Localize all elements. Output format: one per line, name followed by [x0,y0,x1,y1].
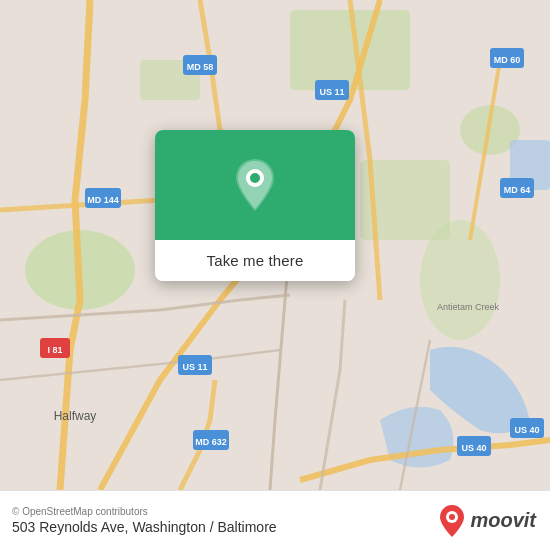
moovit-pin-icon [438,504,466,538]
footer-info: © OpenStreetMap contributors 503 Reynold… [12,506,277,535]
svg-text:MD 632: MD 632 [195,437,227,447]
location-pin-icon [231,157,279,213]
svg-text:US 11: US 11 [319,87,344,97]
map-container: MD 58 US 11 MD 144 I 81 US 11 MD 632 MD … [0,0,550,490]
svg-text:US 11: US 11 [182,362,207,372]
moovit-logo: moovit [438,504,536,538]
svg-point-34 [449,514,455,520]
address-label: 503 Reynolds Ave, Washington / Baltimore [12,519,277,535]
svg-text:I 81: I 81 [47,345,62,355]
popup-card: Take me there [155,130,355,281]
svg-point-32 [250,173,260,183]
footer: © OpenStreetMap contributors 503 Reynold… [0,490,550,550]
popup-header [155,130,355,240]
svg-text:US 40: US 40 [461,443,486,453]
svg-text:MD 60: MD 60 [494,55,521,65]
svg-text:MD 144: MD 144 [87,195,119,205]
svg-text:Antietam Creek: Antietam Creek [437,302,500,312]
svg-text:MD 64: MD 64 [504,185,531,195]
svg-text:Halfway: Halfway [54,409,97,423]
svg-point-4 [420,220,500,340]
map-attribution: © OpenStreetMap contributors [12,506,277,517]
svg-rect-2 [290,10,410,90]
svg-text:MD 58: MD 58 [187,62,214,72]
svg-text:US 40: US 40 [514,425,539,435]
moovit-brand-text: moovit [470,509,536,532]
take-me-there-button[interactable]: Take me there [155,240,355,281]
